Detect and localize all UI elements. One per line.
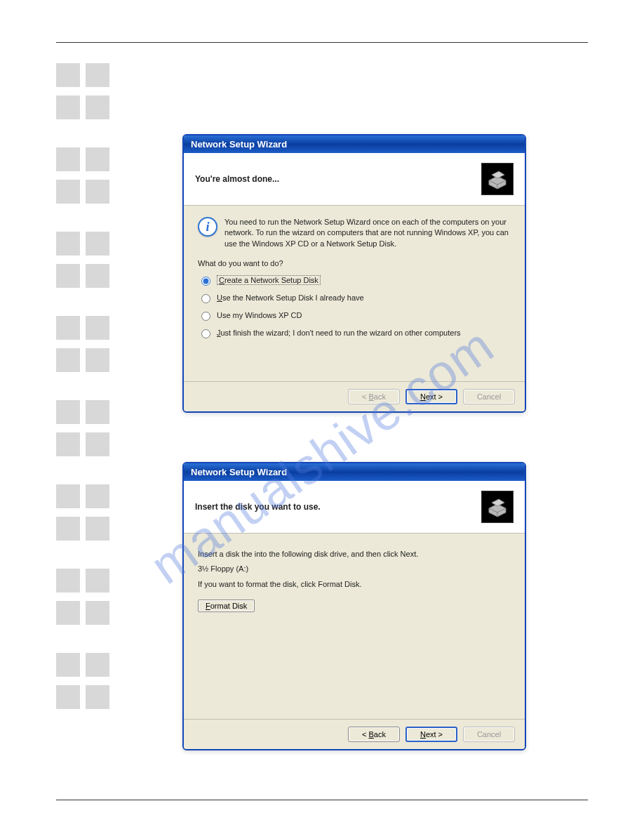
network-setup-wizard-dialog-2: Network Setup Wizard Insert the disk you…	[182, 462, 526, 750]
next-button[interactable]: Next >	[405, 727, 457, 742]
back-button: < Back	[348, 389, 400, 404]
titlebar[interactable]: Network Setup Wizard	[184, 463, 525, 481]
drive-label: 3½ Floppy (A:)	[198, 564, 511, 574]
bottom-rule	[56, 800, 588, 800]
question-label: What do you want to do?	[198, 259, 511, 267]
wizard-content: i You need to run the Network Setup Wiza…	[184, 206, 525, 381]
button-row: < Back Next > Cancel	[184, 381, 525, 411]
wizard-heading: Insert the disk you want to use.	[195, 502, 321, 512]
network-setup-icon	[481, 491, 514, 523]
radio-create-disk[interactable]	[201, 277, 210, 286]
cancel-button: Cancel	[463, 727, 515, 742]
instruction-line-1: Insert a disk the into the following dis…	[198, 549, 511, 560]
option-use-xp-cd[interactable]: Use my Windows XP CD	[198, 310, 511, 321]
radio-just-finish[interactable]	[201, 329, 210, 338]
wizard-heading: You're almost done...	[195, 174, 279, 184]
decorative-squares	[56, 63, 112, 717]
titlebar[interactable]: Network Setup Wizard	[184, 135, 525, 153]
info-icon: i	[198, 217, 217, 237]
wizard-header: You're almost done...	[184, 153, 525, 206]
cancel-button: Cancel	[463, 389, 515, 404]
format-disk-button[interactable]: Format Disk	[198, 600, 255, 612]
network-setup-icon	[481, 163, 514, 195]
option-just-finish[interactable]: Just finish the wizard; I don't need to …	[198, 327, 511, 338]
back-button[interactable]: < Back	[348, 727, 400, 742]
radio-use-xp-cd[interactable]	[201, 312, 210, 321]
radio-group: Create a Network Setup Disk Use the Netw…	[198, 274, 511, 338]
document-page: manualshive.com Network Setup Wizard You…	[0, 0, 644, 828]
next-button[interactable]: Next >	[405, 389, 457, 404]
network-setup-wizard-dialog-1: Network Setup Wizard You're almost done.…	[182, 134, 526, 413]
radio-use-existing-disk[interactable]	[201, 294, 210, 303]
option-use-existing-disk[interactable]: Use the Network Setup Disk I already hav…	[198, 292, 511, 303]
wizard-header: Insert the disk you want to use.	[184, 481, 525, 534]
instruction-line-2: If you want to format the disk, click Fo…	[198, 579, 511, 590]
button-row: < Back Next > Cancel	[184, 719, 525, 749]
top-rule	[56, 42, 588, 43]
dialogs-container: Network Setup Wizard You're almost done.…	[182, 134, 588, 750]
wizard-content: Insert a disk the into the following dis…	[184, 534, 525, 719]
info-text: You need to run the Network Setup Wizard…	[224, 217, 511, 249]
option-create-disk[interactable]: Create a Network Setup Disk	[198, 274, 511, 286]
